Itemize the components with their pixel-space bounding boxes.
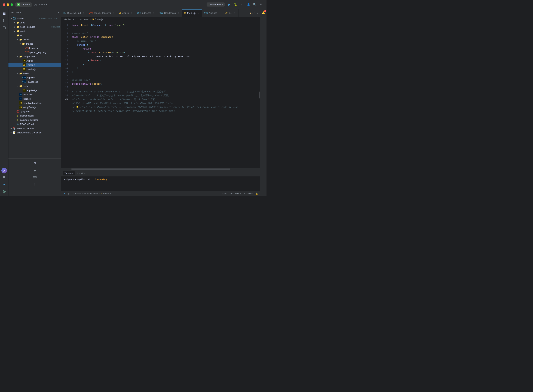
expand-icon[interactable]: ⌃ [253, 11, 256, 15]
status-indent[interactable]: 4 spaces [243, 192, 253, 195]
tab-close-header-css[interactable]: × [177, 12, 180, 14]
project-selector[interactable]: S starlink ▾ [15, 2, 32, 7]
scroll-thumb[interactable] [259, 92, 260, 98]
tree-item-app-css[interactable]: ▶ CSS App.css [9, 75, 61, 80]
bookmark-icon[interactable]: ⚙ [32, 160, 38, 166]
branch-selector[interactable]: ⎇ master ▾ [34, 3, 47, 6]
notifications-icon[interactable]: 🔔 1 [261, 11, 266, 15]
status-vcs[interactable] [67, 192, 71, 195]
horizontal-scrollbar[interactable] [61, 168, 260, 170]
tree-item-app-test-js[interactable]: ▶ JS App.test.js [9, 88, 61, 92]
tree-item-assets[interactable]: ▾ 📁 assets [9, 37, 61, 42]
breadcrumb-src[interactable]: src [73, 18, 76, 21]
run-icon[interactable]: ▶ [32, 167, 38, 173]
tab-close-readme[interactable]: × [82, 12, 85, 14]
current-file-button[interactable]: Current File ▾ [206, 2, 225, 6]
breadcrumb-footer-js[interactable]: Footer.js [95, 18, 103, 21]
warning-indicator[interactable]: ▲1 [249, 12, 253, 14]
tab-index-css[interactable]: CSS index.css × [135, 9, 157, 17]
tree-item-setup-tests[interactable]: ▶ JS setupTests.js [9, 105, 61, 109]
info-icon[interactable]: ℹ [32, 181, 38, 187]
git-icon[interactable] [1, 18, 7, 24]
index-js-label: index.js [23, 98, 60, 100]
close-button[interactable] [3, 3, 5, 6]
tree-item-header-css[interactable]: ▶ CSS Header.css [9, 80, 61, 84]
tree-item-public[interactable]: ▶ 📁 public [9, 29, 61, 33]
tree-item-styles[interactable]: ▾ 📁 styles [9, 71, 61, 75]
breadcrumb-components[interactable]: components [78, 18, 89, 21]
tree-item-footer-js[interactable]: ▶ JS Footer.js [9, 63, 61, 67]
tab-readme[interactable]: M↓ README.md × [61, 9, 87, 17]
maximize-button[interactable] [11, 3, 13, 6]
tree-item-report-web-vitals[interactable]: ▶ JS reportWebVitals.js [9, 101, 61, 105]
tab-overflow-button[interactable]: ⋯ [238, 9, 243, 17]
tab-close-app-js[interactable]: × [130, 12, 133, 14]
tab-label-app-css: App.css [209, 12, 217, 14]
tree-item-node-modules[interactable]: ▶ 📁 node_modules library root [9, 25, 61, 29]
ai-icon[interactable]: ✦ [1, 181, 7, 187]
tree-item-readme-md[interactable]: ▶ M↓ README.md [9, 122, 61, 126]
terminal-icon[interactable]: ⌨ [32, 174, 38, 181]
tree-item-starlink-root[interactable]: ▾ starlink ~/Desktop/Projects/SpaceX/Cod… [9, 16, 61, 20]
avatar[interactable]: A [1, 168, 7, 173]
tree-item-package-lock-json[interactable]: ▶ {} package-lock.json [9, 118, 61, 122]
tab-close-spacex-svg[interactable]: × [112, 12, 115, 14]
breadcrumb-starlink[interactable]: starlink [64, 18, 71, 21]
package-lock-json-label: package-lock.json [20, 119, 60, 121]
tab-close-footer-js[interactable]: × [197, 12, 200, 15]
tab-footer-js[interactable]: JS Footer.js × [182, 9, 202, 17]
minimap-scrollbar [258, 22, 260, 168]
tree-item-gitignore[interactable]: ▶ 🚫 .gitignore [9, 109, 61, 113]
debug-button[interactable]: 🐛 [233, 2, 238, 7]
status-position[interactable]: 20:19 [221, 192, 228, 195]
profile-button[interactable]: 👤 [246, 2, 251, 7]
tree-item-app-js[interactable]: ▶ JS App.js [9, 59, 61, 63]
database-icon[interactable] [1, 174, 7, 181]
minimize-button[interactable] [7, 3, 9, 6]
horizontal-scroll-thumb[interactable] [71, 168, 230, 170]
terminal-tab-terminal[interactable]: Terminal [63, 171, 75, 175]
tree-item-spacex-logo-svg[interactable]: ▶ SVG spacex_logo.svg [9, 50, 61, 54]
tab-close-in[interactable]: × [233, 12, 236, 14]
settings-button[interactable]: ⚙ [259, 2, 264, 7]
images-label: images [26, 42, 60, 45]
status-line-ending[interactable]: LF [229, 192, 233, 195]
status-project[interactable]: V [63, 192, 65, 195]
tree-item-index-js[interactable]: ▶ JS index.js [9, 97, 61, 101]
more-actions-button[interactable]: ⋯ [240, 2, 245, 7]
tree-item-idea[interactable]: ▶ 📁 .idea [9, 20, 61, 25]
status-lock-icon[interactable]: 🔒 [255, 192, 259, 195]
status-file-icon: JS [100, 193, 103, 195]
local-tab-close[interactable]: × [84, 172, 85, 174]
openai-icon[interactable] [1, 188, 7, 195]
tree-item-logo-svg[interactable]: ▶ SVG logo.svg [9, 46, 61, 50]
tree-item-external-libs[interactable]: ▶ 📚 External Libraries [9, 126, 61, 131]
code-editor[interactable]: 1 2 3 4 5 6 7 8 9 10 11 12 13 14 [61, 22, 260, 168]
tree-item-images[interactable]: ▾ 📁 images [9, 42, 61, 46]
tree-item-src[interactable]: ▾ 📁 src [9, 33, 61, 37]
tab-app-js[interactable]: JS App.js × [117, 9, 135, 17]
run-button[interactable]: ▶ [227, 2, 232, 7]
terminal-tab-local[interactable]: Local × [76, 171, 87, 175]
tree-item-scratches[interactable]: ▶ 📝 Scratches and Consoles [9, 131, 61, 135]
tree-item-tests[interactable]: ▾ 📁 tests [9, 84, 61, 88]
search-button[interactable]: 🔍 [252, 2, 257, 7]
status-encoding[interactable]: UTF-8 [235, 192, 242, 195]
code-content[interactable]: import React, {Component} from "react"; … [70, 22, 258, 168]
tree-item-header-js[interactable]: ▶ JS Header.js [9, 67, 61, 71]
git-bottom-icon[interactable]: ⎇ [32, 188, 38, 195]
tree-item-package-json[interactable]: ▶ {} package.json [9, 113, 61, 118]
tree-item-index-css[interactable]: ▶ CSS index.css [9, 92, 61, 97]
tab-in[interactable]: JS in... × [223, 9, 238, 17]
project-view-icon[interactable] [1, 11, 7, 17]
tab-app-css[interactable]: CSS App.css × [202, 9, 223, 17]
tree-item-components[interactable]: ▾ 📁 components [9, 54, 61, 59]
more-icon[interactable]: ··· [1, 32, 7, 38]
tab-close-app-css[interactable]: × [218, 12, 221, 14]
tab-close-index-css[interactable]: × [152, 12, 155, 14]
tab-spacex-svg[interactable]: SVG spacex_logo.svg × [87, 9, 117, 17]
status-breadcrumb[interactable]: starlink › src › components › JS Footer.… [72, 192, 112, 195]
collapse-icon[interactable]: ⌄ [257, 11, 259, 15]
diff-icon[interactable] [1, 25, 7, 31]
tab-header-css[interactable]: CSS Header.css × [157, 9, 182, 17]
